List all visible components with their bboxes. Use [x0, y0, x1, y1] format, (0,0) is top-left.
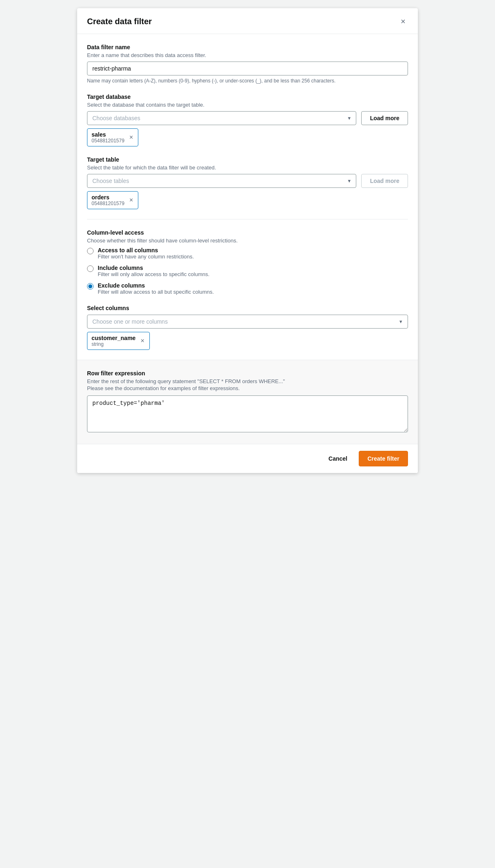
column-level-access-section: Column-level access Choose whether this …: [87, 229, 408, 295]
radio-exclude-columns-title: Exclude columns: [98, 282, 214, 289]
radio-exclude-columns-label: Exclude columns Filter will allow access…: [98, 282, 214, 295]
row-filter-textarea[interactable]: [87, 395, 408, 432]
radio-include-columns-title: Include columns: [98, 265, 209, 271]
select-columns-tag-name: customer_name: [92, 335, 135, 341]
radio-all-columns-desc: Filter won't have any column restriction…: [98, 254, 194, 260]
target-database-desc: Select the database that contains the ta…: [87, 102, 408, 108]
data-filter-name-label: Data filter name: [87, 44, 408, 50]
dialog-title: Create data filter: [87, 17, 152, 26]
target-table-select-wrapper: Choose tables ▼: [87, 174, 356, 188]
radio-include-columns-desc: Filter will only allow access to specifi…: [98, 271, 209, 277]
select-columns-select[interactable]: Choose one or more columns: [87, 315, 408, 329]
target-table-load-more-button[interactable]: Load more: [361, 174, 408, 188]
radio-include-columns-label: Include columns Filter will only allow a…: [98, 265, 209, 277]
row-filter-desc-1: Enter the rest of the following query st…: [87, 378, 408, 384]
dialog-footer: Cancel Create filter: [77, 444, 418, 473]
row-filter-desc-2: Please see the documentation for example…: [87, 385, 408, 391]
target-database-tag-name: sales: [92, 131, 124, 138]
data-filter-name-input[interactable]: [87, 62, 408, 75]
target-table-row: Choose tables ▼ Load more: [87, 174, 408, 188]
radio-option-all-columns: Access to all columns Filter won't have …: [87, 247, 408, 260]
radio-include-columns[interactable]: [87, 265, 94, 272]
target-database-select[interactable]: Choose databases: [87, 111, 356, 125]
divider-1: [87, 219, 408, 219]
target-database-section: Target database Select the database that…: [87, 94, 408, 146]
select-columns-selected-tag: customer_name string ×: [87, 332, 150, 350]
target-table-select[interactable]: Choose tables: [87, 174, 356, 188]
column-level-access-label: Column-level access: [87, 229, 408, 236]
target-database-load-more-button[interactable]: Load more: [361, 111, 408, 125]
data-filter-name-desc: Enter a name that describes this data ac…: [87, 52, 408, 58]
target-table-tag-sub: 054881201579: [92, 201, 124, 206]
radio-exclude-columns-desc: Filter will allow access to all but spec…: [98, 289, 214, 295]
data-filter-name-section: Data filter name Enter a name that descr…: [87, 44, 408, 84]
select-columns-tag-remove-button[interactable]: ×: [140, 338, 145, 344]
dialog-body: Data filter name Enter a name that descr…: [77, 34, 418, 350]
row-filter-label: Row filter expression: [87, 370, 408, 377]
data-filter-name-hint: Name may contain letters (A-Z), numbers …: [87, 78, 408, 84]
column-level-access-desc: Choose whether this filter should have c…: [87, 238, 408, 244]
select-columns-wrapper: Choose one or more columns ▼: [87, 315, 408, 329]
close-button[interactable]: ×: [398, 16, 408, 26]
radio-option-exclude-columns: Exclude columns Filter will allow access…: [87, 282, 408, 295]
select-columns-section: Select columns Choose one or more column…: [87, 305, 408, 350]
target-table-tag-remove-button[interactable]: ×: [128, 197, 134, 203]
target-table-desc: Select the table for which the data filt…: [87, 164, 408, 171]
target-table-selected-tag: orders 054881201579 ×: [87, 191, 138, 209]
create-filter-button[interactable]: Create filter: [359, 451, 408, 466]
create-data-filter-dialog: Create data filter × Data filter name En…: [77, 8, 418, 473]
target-database-row: Choose databases ▼ Load more: [87, 111, 408, 125]
radio-exclude-columns[interactable]: [87, 283, 94, 290]
column-level-access-radio-group: Access to all columns Filter won't have …: [87, 247, 408, 295]
target-database-tag-remove-button[interactable]: ×: [128, 134, 134, 141]
target-table-tag-name: orders: [92, 194, 124, 201]
target-database-label: Target database: [87, 94, 408, 100]
radio-all-columns-title: Access to all columns: [98, 247, 194, 254]
radio-option-include-columns: Include columns Filter will only allow a…: [87, 265, 408, 277]
target-database-tag-sub: 054881201579: [92, 138, 124, 144]
cancel-button[interactable]: Cancel: [322, 452, 354, 465]
select-columns-tag-sub: string: [92, 341, 135, 347]
target-table-section: Target table Select the table for which …: [87, 156, 408, 209]
select-columns-label: Select columns: [87, 305, 408, 311]
dialog-header: Create data filter ×: [77, 8, 418, 34]
target-table-label: Target table: [87, 156, 408, 163]
target-database-select-wrapper: Choose databases ▼: [87, 111, 356, 125]
radio-all-columns-label: Access to all columns Filter won't have …: [98, 247, 194, 260]
radio-all-columns[interactable]: [87, 248, 94, 254]
target-database-selected-tag: sales 054881201579 ×: [87, 128, 138, 146]
row-filter-section: Row filter expression Enter the rest of …: [77, 360, 418, 444]
